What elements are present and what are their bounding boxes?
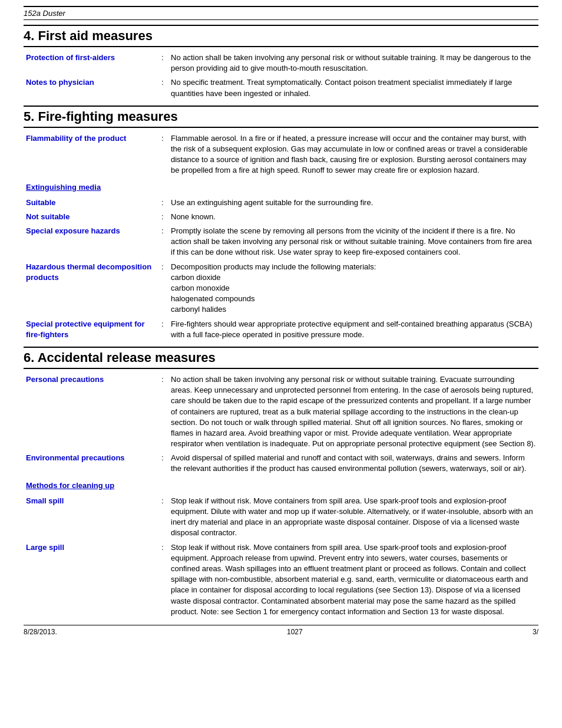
row-colon: : <box>159 451 168 476</box>
table-row: Flammability of the product:Flammable ae… <box>24 131 538 178</box>
row-colon: : <box>159 260 168 317</box>
section5-title: 5. Fire-fighting measures <box>24 109 538 124</box>
row-label: Flammability of the product <box>24 131 159 178</box>
footer-page-ref: 3/ <box>533 628 538 636</box>
row-colon: : <box>159 210 168 224</box>
section4-title: 4. First aid measures <box>24 28 538 44</box>
table-row: Small spill:Stop leak if without risk. M… <box>24 494 538 541</box>
table-row: Not suitable:None known. <box>24 210 538 224</box>
table-row: Hazardous thermal decomposition products… <box>24 260 538 317</box>
footer: 8/28/2013. 1027 3/ <box>24 625 538 636</box>
row-value: Avoid dispersal of spilled material and … <box>168 451 538 476</box>
row-value: Stop leak if without risk. Move containe… <box>168 494 538 541</box>
row-label: Special exposure hazards <box>24 224 159 260</box>
row-value: Promptly isolate the scene by removing a… <box>168 224 538 260</box>
footer-date: 8/28/2013. <box>24 628 57 636</box>
row-label: Hazardous thermal decomposition products <box>24 260 159 317</box>
row-colon: : <box>159 196 168 210</box>
table-row: Suitable:Use an extinguishing agent suit… <box>24 196 538 210</box>
row-label: Personal precautions <box>24 373 159 451</box>
row-colon: : <box>159 317 168 342</box>
row-value: None known. <box>168 210 538 224</box>
row-colon: : <box>159 131 168 178</box>
row-colon: : <box>159 541 168 619</box>
section6-title: 6. Accidental release measures <box>24 350 538 365</box>
section5-header: 5. Fire-fighting measures <box>24 106 538 128</box>
row-colon: : <box>159 51 168 75</box>
row-colon: : <box>159 494 168 541</box>
row-value: No specific treatment. Treat symptomatic… <box>168 75 538 100</box>
row-label: Suitable <box>24 196 159 210</box>
row-label: Protection of first-aiders <box>24 51 159 75</box>
top-bar: 152a Duster <box>24 6 538 20</box>
section5-table: Flammability of the product:Flammable ae… <box>24 131 538 342</box>
sub-header-cell: Methods for cleaning up <box>24 476 538 494</box>
table-row: Special exposure hazards:Promptly isolat… <box>24 224 538 260</box>
row-value: Fire-fighters should wear appropriate pr… <box>168 317 538 342</box>
page: 152a Duster 4. First aid measures Protec… <box>0 0 562 728</box>
row-colon: : <box>159 373 168 451</box>
sub-header-row: Methods for cleaning up <box>24 476 538 494</box>
sub-header-cell: Extinguishing media <box>24 178 538 196</box>
table-row: Notes to physician:No specific treatment… <box>24 75 538 100</box>
footer-page-number: 1027 <box>287 628 303 636</box>
row-colon: : <box>159 75 168 100</box>
row-label: Not suitable <box>24 210 159 224</box>
row-label: Special protective equipment for fire-fi… <box>24 317 159 342</box>
sub-header-row: Extinguishing media <box>24 178 538 196</box>
row-value: Stop leak if without risk. Move containe… <box>168 541 538 619</box>
row-value: No action shall be taken involving any p… <box>168 373 538 451</box>
section6-table: Personal precautions:No action shall be … <box>24 373 538 619</box>
table-row: Protection of first-aiders:No action sha… <box>24 51 538 75</box>
row-label: Large spill <box>24 541 159 619</box>
row-value: Decomposition products may include the f… <box>168 260 538 317</box>
row-colon: : <box>159 224 168 260</box>
table-row: Personal precautions:No action shall be … <box>24 373 538 451</box>
table-row: Large spill:Stop leak if without risk. M… <box>24 541 538 619</box>
section4-table: Protection of first-aiders:No action sha… <box>24 51 538 101</box>
row-value: Use an extinguishing agent suitable for … <box>168 196 538 210</box>
section4-header: 4. First aid measures <box>24 25 538 47</box>
row-label: Environmental precautions <box>24 451 159 476</box>
table-row: Special protective equipment for fire-fi… <box>24 317 538 342</box>
row-label: Small spill <box>24 494 159 541</box>
table-row: Environmental precautions:Avoid dispersa… <box>24 451 538 476</box>
row-label: Notes to physician <box>24 75 159 100</box>
section6-header: 6. Accidental release measures <box>24 347 538 369</box>
row-value: No action shall be taken involving any p… <box>168 51 538 75</box>
product-name: 152a Duster <box>24 9 65 18</box>
row-value: Flammable aerosol. In a fire or if heate… <box>168 131 538 178</box>
